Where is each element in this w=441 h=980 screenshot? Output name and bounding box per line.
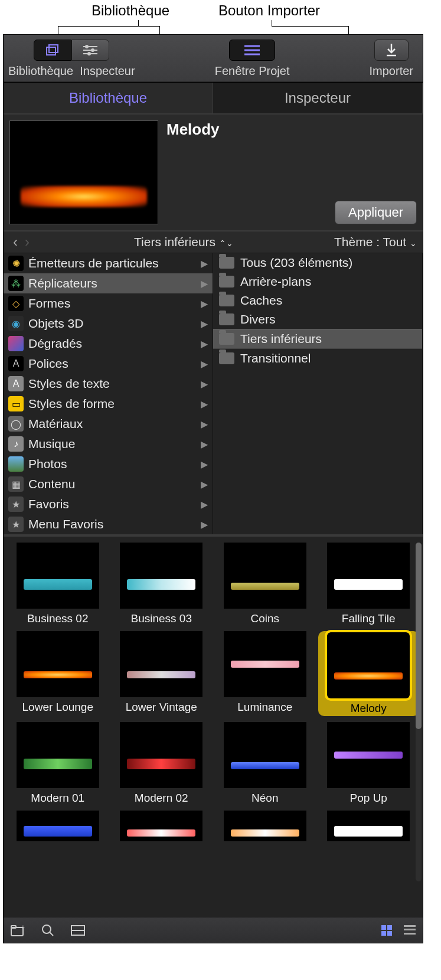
category-row[interactable]: ◉Objets 3D▶ <box>4 313 213 334</box>
chevron-updown-icon: ⌃⌄ <box>219 239 233 248</box>
svg-rect-1 <box>49 45 58 53</box>
preset-cell[interactable]: Melody <box>318 631 420 716</box>
import-button[interactable] <box>374 40 409 61</box>
preset-thumbnail <box>17 631 99 697</box>
preset-label: Néon <box>251 792 278 805</box>
preset-thumbnail <box>17 543 99 609</box>
grid-view-button[interactable] <box>381 925 392 936</box>
preview-thumbnail <box>9 120 158 224</box>
category-row[interactable]: Photos▶ <box>4 454 213 474</box>
preset-cell[interactable] <box>7 811 109 841</box>
list-view-button[interactable] <box>404 925 416 936</box>
chevron-right-icon: ▶ <box>201 439 208 450</box>
subfolder-row[interactable]: Caches <box>213 291 422 310</box>
tab-inspector[interactable]: Inspecteur <box>213 83 423 113</box>
subfolder-row[interactable]: Arrière-plans <box>213 272 422 291</box>
category-row[interactable]: ◯Matériaux▶ <box>4 414 213 434</box>
preset-thumbnail <box>327 811 410 841</box>
library-columns: ✺Émetteurs de particules▶⁂Réplicateurs▶◇… <box>4 253 423 537</box>
preset-cell[interactable]: Coins <box>214 543 316 625</box>
preset-cell[interactable]: Falling Tile <box>318 543 420 625</box>
library-icon <box>46 44 59 56</box>
category-column[interactable]: ✺Émetteurs de particules▶⁂Réplicateurs▶◇… <box>4 253 213 534</box>
preset-cell[interactable] <box>111 811 213 841</box>
panel-layout-button[interactable] <box>71 925 85 936</box>
subfolder-column[interactable]: Tous (203 éléments)Arrière-plansCachesDi… <box>213 253 423 534</box>
preview-area: Melody Appliquer <box>4 115 423 231</box>
category-row[interactable]: APolices▶ <box>4 354 213 374</box>
search-button[interactable] <box>41 924 54 937</box>
project-window-button[interactable] <box>229 40 275 61</box>
nav-back-button[interactable]: ‹ <box>9 234 21 250</box>
library-toggle-button[interactable] <box>34 40 71 61</box>
chevron-right-icon: ▶ <box>201 298 208 309</box>
preset-grid[interactable]: Business 02Business 03CoinsFalling TileL… <box>7 543 419 841</box>
preset-thumbnail <box>327 543 410 609</box>
category-row[interactable]: ★Favoris▶ <box>4 494 213 514</box>
preset-cell[interactable]: Modern 01 <box>7 722 109 805</box>
preset-cell[interactable] <box>318 811 420 841</box>
subfolder-row[interactable]: Transitionnel <box>213 349 422 368</box>
preset-cell[interactable]: Néon <box>214 722 316 805</box>
preset-thumbnail <box>120 722 202 788</box>
theme-popup[interactable]: Thème : Tout ⌄ <box>334 235 417 249</box>
breadcrumb-popup[interactable]: Tiers inférieurs ⌃⌄ <box>33 235 334 249</box>
grid-scrollbar[interactable] <box>416 543 422 881</box>
preset-label: Luminance <box>237 701 292 714</box>
folder-icon <box>219 352 234 364</box>
category-row[interactable]: ★Menu Favoris▶ <box>4 514 213 534</box>
tab-library[interactable]: Bibliothèque <box>4 83 213 113</box>
subfolder-row[interactable]: Divers <box>213 310 422 329</box>
toolbar: Bibliothèque Inspecteur Fenêtre Projet <box>4 35 423 82</box>
subfolder-label: Divers <box>240 312 276 326</box>
category-row[interactable]: AStyles de texte▶ <box>4 374 213 394</box>
preset-cell[interactable] <box>214 811 316 841</box>
grid-icon <box>381 925 392 936</box>
preset-cell[interactable]: Pop Up <box>318 722 420 805</box>
favorites-icon: ★ <box>8 496 24 512</box>
preset-cell[interactable]: Luminance <box>214 631 316 716</box>
category-row[interactable]: ▦Contenu▶ <box>4 474 213 494</box>
subfolder-row[interactable]: Tous (203 éléments) <box>213 253 422 272</box>
preset-label: Lower Lounge <box>22 701 93 714</box>
chevron-right-icon: ▶ <box>201 519 208 530</box>
subfolder-label: Tous (203 éléments) <box>240 256 352 270</box>
category-row[interactable]: Dégradés▶ <box>4 334 213 354</box>
subfolder-row[interactable]: Tiers inférieurs <box>213 329 422 349</box>
new-folder-button[interactable]: + <box>11 925 25 936</box>
preset-label: Melody <box>351 702 387 715</box>
category-label: Polices <box>28 357 68 371</box>
preset-cell[interactable]: Lower Lounge <box>7 631 109 716</box>
category-row[interactable]: ✺Émetteurs de particules▶ <box>4 253 213 273</box>
svg-line-17 <box>50 932 53 936</box>
svg-text:+: + <box>21 925 25 930</box>
path-bar: ‹ › Tiers inférieurs ⌃⌄ Thème : Tout ⌄ <box>4 231 423 253</box>
preset-cell[interactable]: Business 03 <box>111 543 213 625</box>
category-label: Dégradés <box>28 337 82 351</box>
category-label: Objets 3D <box>28 316 83 331</box>
category-row[interactable]: ▭Styles de forme▶ <box>4 394 213 414</box>
svg-point-5 <box>91 48 94 52</box>
category-row[interactable]: ◇Formes▶ <box>4 293 213 313</box>
subfolder-label: Caches <box>240 293 282 308</box>
preset-thumbnail <box>120 631 202 697</box>
list-icon <box>244 45 260 55</box>
category-label: Favoris <box>28 497 69 511</box>
nav-forward-button[interactable]: › <box>21 234 33 250</box>
inspector-toggle-button[interactable] <box>71 40 109 61</box>
preset-cell[interactable]: Business 02 <box>7 543 109 625</box>
callout-import: Bouton Importer <box>218 2 320 19</box>
chevron-right-icon: ▶ <box>201 278 208 289</box>
category-row[interactable]: ⁂Réplicateurs▶ <box>4 273 213 293</box>
preset-cell[interactable]: Lower Vintage <box>111 631 213 716</box>
callout-library: Bibliothèque <box>92 2 169 19</box>
category-label: Styles de texte <box>28 377 110 391</box>
preset-cell[interactable]: Modern 02 <box>111 722 213 805</box>
panel-tabs: Bibliothèque Inspecteur <box>4 82 423 115</box>
category-row[interactable]: ♪Musique▶ <box>4 434 213 454</box>
import-icon <box>386 44 397 57</box>
list-lines-icon <box>404 925 416 935</box>
apply-button[interactable]: Appliquer <box>335 201 417 224</box>
fonts-icon: A <box>8 356 24 371</box>
shape-styles-icon: ▭ <box>8 396 24 411</box>
